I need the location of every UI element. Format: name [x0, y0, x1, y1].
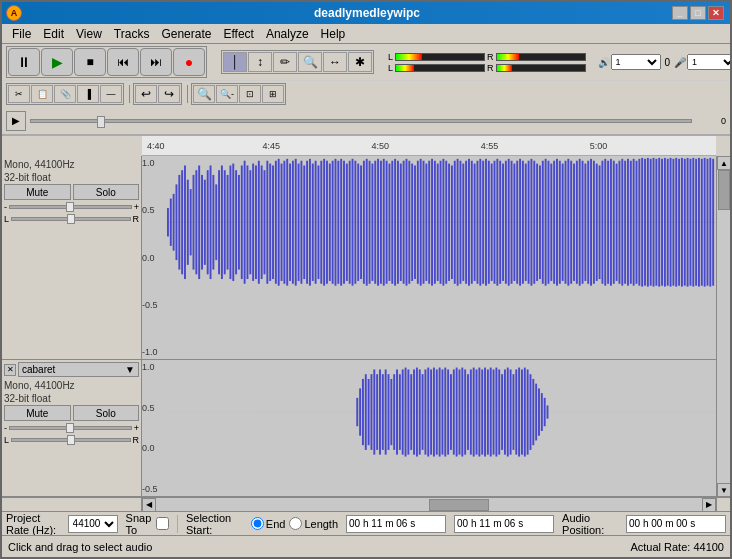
menu-view[interactable]: View [70, 26, 108, 42]
copy-button[interactable]: 📋 [31, 85, 53, 103]
h-scrollbar-thumb[interactable] [429, 499, 489, 511]
svg-rect-118 [496, 159, 498, 286]
zoom-out-button[interactable]: 🔍- [216, 85, 238, 103]
output-volume-select[interactable]: 1 [611, 54, 661, 70]
svg-rect-184 [684, 159, 686, 286]
ruler-tick-2: 4:45 [263, 141, 281, 151]
svg-rect-257 [524, 368, 526, 457]
svg-rect-36 [264, 170, 266, 274]
track-2-pan-slider[interactable] [11, 438, 130, 442]
silence-button[interactable]: — [100, 85, 122, 103]
stop-button[interactable]: ■ [74, 48, 106, 76]
svg-rect-37 [266, 161, 268, 284]
envelope-tool[interactable]: ↕ [248, 52, 272, 72]
maximize-button[interactable]: □ [690, 6, 706, 20]
scrollbar-thumb[interactable] [718, 170, 730, 210]
redo-button[interactable]: ↪ [158, 85, 180, 103]
scroll-down-btn[interactable]: ▼ [717, 483, 730, 497]
menu-generate[interactable]: Generate [155, 26, 217, 42]
svg-rect-30 [247, 165, 249, 279]
track-2-volume-slider[interactable] [9, 426, 132, 430]
svg-rect-28 [241, 165, 243, 279]
zoom-tool-select[interactable]: 🔍 [298, 52, 322, 72]
length-radio[interactable] [289, 517, 302, 530]
scroll-up-btn[interactable]: ▲ [717, 156, 730, 170]
transport-controls: ⏸ ▶ ■ ⏮ ⏭ ● [6, 46, 207, 78]
paste-button[interactable]: 📎 [54, 85, 76, 103]
audio-position-section: Audio Position: [562, 512, 618, 536]
svg-rect-73 [369, 161, 371, 284]
track-2-mute[interactable]: Mute [4, 405, 71, 421]
selection-start-input[interactable] [346, 515, 446, 533]
output-value: 0 [665, 57, 671, 68]
ffwd-button[interactable]: ⏭ [140, 48, 172, 76]
mic-icon: 🎤 [674, 57, 686, 68]
svg-rect-64 [343, 161, 345, 284]
svg-rect-21 [221, 165, 223, 279]
output-gain-dropdown[interactable]: 🔊 1 [598, 54, 661, 70]
track-1-format: Mono, 44100Hz [4, 158, 139, 171]
track-1-solo[interactable]: Solo [73, 184, 140, 200]
svg-rect-38 [269, 164, 271, 281]
timeshift-tool[interactable]: ↔ [323, 52, 347, 72]
undo-button[interactable]: ↩ [135, 85, 157, 103]
snap-to-checkbox[interactable] [156, 517, 169, 530]
scroll-right-btn[interactable]: ▶ [702, 498, 716, 512]
svg-rect-114 [485, 159, 487, 286]
track-1-pan-slider[interactable] [11, 217, 130, 221]
position-slider[interactable] [30, 119, 692, 123]
record-button[interactable]: ● [173, 48, 205, 76]
draw-tool[interactable]: ✏ [273, 52, 297, 72]
close-button[interactable]: ✕ [708, 6, 724, 20]
menu-edit[interactable]: Edit [37, 26, 70, 42]
track-1-waveform[interactable]: 1.0 0.5 0.0 -0.5 -1.0 [142, 156, 716, 359]
pause-button[interactable]: ⏸ [8, 48, 40, 76]
menu-file[interactable]: File [6, 26, 37, 42]
menu-analyze[interactable]: Analyze [260, 26, 315, 42]
horizontal-scrollbar[interactable]: ◀ ▶ [2, 497, 730, 511]
svg-rect-108 [468, 159, 470, 286]
track-1-volume-slider[interactable] [9, 205, 132, 209]
play-position-indicator[interactable]: ▶ [6, 111, 26, 131]
track-2-close[interactable]: ✕ [4, 364, 16, 376]
svg-rect-62 [337, 161, 339, 284]
track-2-waveform[interactable]: 1.0 0.5 0.0 -0.5 [142, 360, 716, 496]
audio-position-input[interactable] [626, 515, 726, 533]
h-scrollbar-track[interactable] [156, 498, 702, 511]
track-2-format: Mono, 44100Hz [4, 379, 139, 392]
minimize-button[interactable]: _ [672, 6, 688, 20]
scroll-left-btn[interactable]: ◀ [142, 498, 156, 512]
play-button[interactable]: ▶ [41, 48, 73, 76]
rewind-button[interactable]: ⏮ [107, 48, 139, 76]
scrollbar-track[interactable] [717, 170, 730, 483]
svg-rect-104 [457, 159, 459, 286]
cut-button[interactable]: ✂ [8, 85, 30, 103]
vertical-scrollbar[interactable]: ▲ ▼ [716, 156, 730, 497]
menu-effect[interactable]: Effect [217, 26, 259, 42]
menu-help[interactable]: Help [315, 26, 352, 42]
svg-rect-127 [522, 161, 524, 284]
selection-end-input[interactable] [454, 515, 554, 533]
svg-rect-133 [539, 165, 541, 279]
track-2-solo[interactable]: Solo [73, 405, 140, 421]
svg-rect-69 [357, 164, 359, 281]
input-gain-dropdown[interactable]: 🎤 1 [674, 54, 732, 70]
svg-rect-155 [601, 161, 603, 284]
trim-button[interactable]: ▐ [77, 85, 99, 103]
svg-rect-203 [371, 375, 373, 451]
svg-rect-23 [227, 175, 229, 270]
zoom-in-button[interactable]: 🔍 [193, 85, 215, 103]
zoom-fit-button[interactable]: ⊡ [239, 85, 261, 103]
menu-tracks[interactable]: Tracks [108, 26, 156, 42]
selection-tool[interactable]: │ [223, 52, 247, 72]
track-2-name-btn[interactable]: cabaret ▼ [18, 362, 139, 377]
svg-rect-225 [433, 368, 435, 457]
svg-rect-126 [519, 159, 521, 286]
multi-tool[interactable]: ✱ [348, 52, 372, 72]
end-radio[interactable] [251, 517, 264, 530]
svg-rect-159 [613, 161, 615, 284]
track-1-mute[interactable]: Mute [4, 184, 71, 200]
project-rate-select[interactable]: 44100 [68, 515, 118, 533]
input-volume-select[interactable]: 1 [687, 54, 732, 70]
zoom-sel-button[interactable]: ⊞ [262, 85, 284, 103]
